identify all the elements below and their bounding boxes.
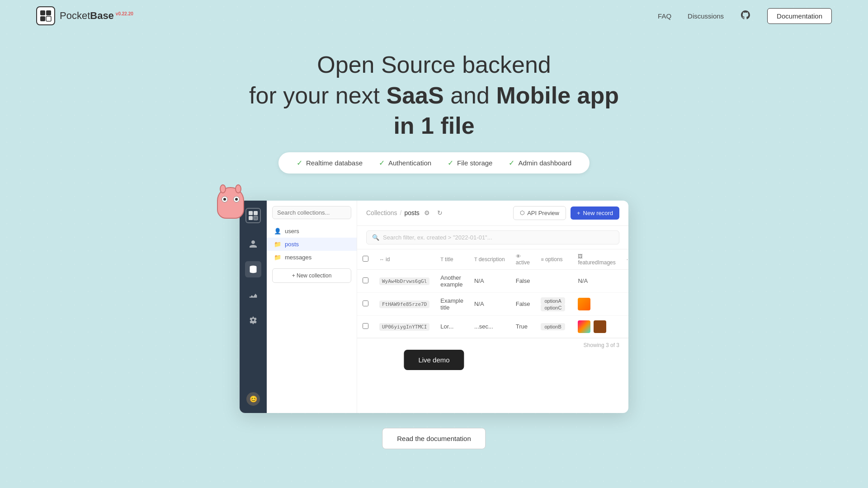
mascot xyxy=(212,187,249,228)
record-count: Showing 3 of 3 xyxy=(357,338,628,352)
nav-bar: PocketBasev0.22.20 FAQ Discussions Docum… xyxy=(0,0,868,32)
collection-item-users[interactable]: 👤 users xyxy=(267,225,357,238)
header-actions: ⬡ API Preview + New record xyxy=(513,206,619,220)
record-title: Another example xyxy=(435,269,469,292)
breadcrumb: Collections / posts ⚙ ↻ xyxy=(366,208,445,218)
search-bar-row: 🔍 Search filter, ex. created > "2022-01-… xyxy=(357,226,628,249)
col-options: ≡options xyxy=(535,249,572,270)
row-checkbox[interactable] xyxy=(363,300,368,306)
check-icon: ✓ xyxy=(509,159,514,167)
read-documentation-button[interactable]: Read the documentation xyxy=(382,428,486,449)
record-featured xyxy=(572,292,621,315)
admin-ui: 😊 👤 users 📁 posts 📁 messages + New colle… xyxy=(240,201,628,413)
sidebar-icon-settings[interactable] xyxy=(245,312,261,328)
record-id: UP06yiygInYTMCI xyxy=(379,323,429,331)
table-row: FtHAW9fe85rze7D Example title N/A False … xyxy=(357,292,628,315)
featured-image-thumb xyxy=(594,320,606,333)
search-collections-input[interactable] xyxy=(272,206,351,219)
col-active: 👁active xyxy=(510,249,536,270)
user-collection-icon: 👤 xyxy=(274,228,281,235)
sidebar-icon-database[interactable] xyxy=(245,261,261,277)
new-record-button[interactable]: + New record xyxy=(571,206,619,220)
record-id: WyAw4bDrvws6gGl xyxy=(379,277,429,285)
record-options xyxy=(535,269,572,292)
svg-rect-3 xyxy=(46,16,51,21)
feature-storage: ✓ File storage xyxy=(448,159,492,167)
record-description: N/A xyxy=(469,269,510,292)
svg-rect-7 xyxy=(254,216,258,220)
breadcrumb-root[interactable]: Collections xyxy=(366,209,397,216)
select-all-checkbox[interactable] xyxy=(363,256,368,262)
featured-image-thumb xyxy=(578,298,590,310)
record-options: optionB xyxy=(535,315,572,338)
feature-admin: ✓ Admin dashboard xyxy=(509,159,571,167)
row-checkbox[interactable] xyxy=(363,277,368,283)
live-demo-tooltip: Live demo xyxy=(404,350,464,370)
record-active: False xyxy=(510,269,536,292)
table-container: ↔id Ttitle Tdescription 👁active ≡options… xyxy=(357,249,628,413)
row-expand-icon[interactable]: → xyxy=(627,300,628,308)
table-row: UP06yiygInYTMCI Lor... ...sec... True op… xyxy=(357,315,628,338)
record-featured xyxy=(572,315,621,338)
option-badge: optionA xyxy=(541,297,565,305)
option-badge: optionC xyxy=(541,304,565,311)
featured-image-thumb xyxy=(578,320,590,333)
discussions-link[interactable]: Discussions xyxy=(688,12,724,20)
record-options: optionA optionC xyxy=(535,292,572,315)
api-preview-button[interactable]: ⬡ API Preview xyxy=(513,206,566,220)
github-icon[interactable] xyxy=(740,9,751,22)
col-title: Ttitle xyxy=(435,249,469,270)
hero-title: Open Source backend for your next SaaS a… xyxy=(0,50,868,141)
nav-links: FAQ Discussions Documentation xyxy=(658,8,832,24)
svg-rect-6 xyxy=(249,216,253,220)
search-icon: 🔍 xyxy=(372,234,379,241)
row-expand-icon[interactable]: → xyxy=(627,277,628,285)
documentation-button[interactable]: Documentation xyxy=(767,8,832,24)
table-row: WyAw4bDrvws6gGl Another example N/A Fals… xyxy=(357,269,628,292)
col-id: ↔id xyxy=(374,249,435,270)
collections-panel: 👤 users 📁 posts 📁 messages + New collect… xyxy=(267,201,357,413)
check-icon: ✓ xyxy=(448,159,453,167)
sidebar-icon-chart[interactable] xyxy=(245,286,261,303)
svg-rect-2 xyxy=(40,16,45,21)
check-icon: ✓ xyxy=(297,159,302,167)
messages-collection-icon: 📁 xyxy=(274,254,281,261)
content-header: Collections / posts ⚙ ↻ ⬡ API Preview + … xyxy=(357,201,628,226)
record-id: FtHAW9fe85rze7D xyxy=(379,300,429,308)
new-collection-button[interactable]: + New collection xyxy=(272,268,351,283)
record-title: Lor... xyxy=(435,315,469,338)
search-placeholder-text: Search filter, ex. created > "2022-01-01… xyxy=(383,234,492,241)
logo[interactable]: PocketBasev0.22.20 xyxy=(36,6,133,25)
svg-rect-1 xyxy=(46,10,51,15)
sidebar: 😊 xyxy=(240,201,267,413)
logo-icon xyxy=(36,6,55,25)
check-icon: ✓ xyxy=(379,159,385,167)
option-badge: optionB xyxy=(541,323,565,330)
posts-collection-icon: 📁 xyxy=(274,241,281,248)
features-bar: ✓ Realtime database ✓ Authentication ✓ F… xyxy=(278,152,590,174)
collection-settings-icon[interactable]: ⚙ xyxy=(422,208,432,218)
search-filter-bar[interactable]: 🔍 Search filter, ex. created > "2022-01-… xyxy=(366,230,619,244)
collection-item-messages[interactable]: 📁 messages xyxy=(267,251,357,264)
demo-wrapper: 😊 👤 users 📁 posts 📁 messages + New colle… xyxy=(240,201,628,413)
collection-item-posts[interactable]: 📁 posts xyxy=(267,238,357,251)
svg-rect-4 xyxy=(249,211,253,215)
refresh-icon[interactable]: ↻ xyxy=(435,208,445,218)
hero-section: Open Source backend for your next SaaS a… xyxy=(0,32,868,187)
sidebar-icon-user[interactable] xyxy=(245,236,261,252)
logo-name: PocketBasev0.22.20 xyxy=(60,10,133,22)
faq-link[interactable]: FAQ xyxy=(658,12,671,20)
col-featured-images: 🖼featuredImages xyxy=(572,249,621,270)
sidebar-bottom: 😊 xyxy=(246,392,260,406)
record-description: ...sec... xyxy=(469,315,510,338)
svg-rect-5 xyxy=(254,211,258,215)
col-actions: ··· xyxy=(621,249,628,270)
record-description: N/A xyxy=(469,292,510,315)
record-active: False xyxy=(510,292,536,315)
row-checkbox[interactable] xyxy=(363,323,368,329)
sidebar-avatar[interactable]: 😊 xyxy=(246,392,260,406)
main-content: Collections / posts ⚙ ↻ ⬡ API Preview + … xyxy=(357,201,628,413)
row-expand-icon[interactable]: → xyxy=(627,322,628,331)
api-icon: ⬡ xyxy=(520,210,524,216)
record-title: Example title xyxy=(435,292,469,315)
